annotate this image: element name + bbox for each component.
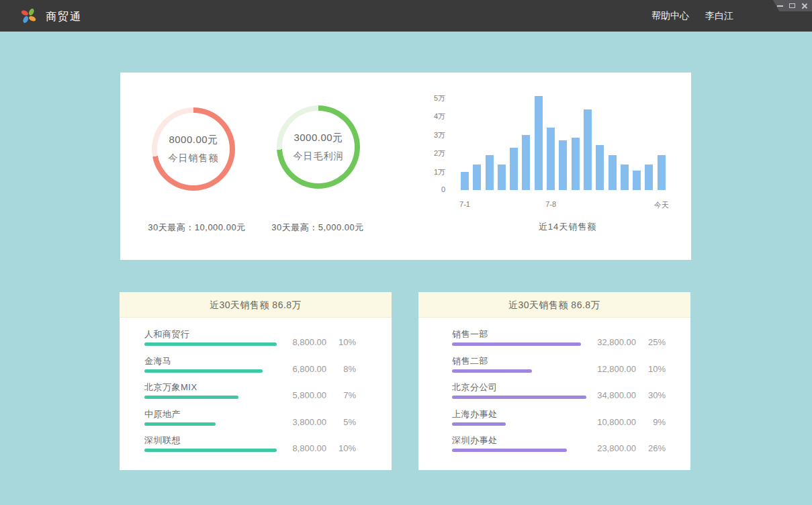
rank-numbers: 12,800.0010%: [597, 364, 666, 374]
rank-value: 23,800.00: [597, 443, 636, 453]
rank-card-title: 近30天销售额 86.8万: [418, 292, 690, 318]
chart-bar: [633, 171, 641, 190]
rank-value: 5,800.00: [292, 390, 326, 400]
today-sales-donut: 8000.00元 今日销售额: [152, 107, 235, 191]
chart-bar: [510, 148, 518, 190]
rank-percent: 8%: [326, 364, 356, 374]
chart-bar: [473, 165, 481, 191]
rank-progress-bar: [452, 369, 532, 373]
chart-bar: [522, 135, 530, 191]
rank-numbers: 34,800.0030%: [597, 390, 666, 400]
rank-name: 金海马: [144, 355, 172, 367]
rank-card-title: 近30天销售额 86.8万: [120, 292, 392, 318]
chart-bars: [461, 95, 670, 190]
rank-progress-bar: [452, 422, 506, 426]
help-center-link[interactable]: 帮助中心: [651, 10, 689, 22]
rank-numbers: 10,800.009%: [597, 417, 666, 427]
close-button[interactable]: [801, 3, 807, 9]
chart-bar: [547, 128, 555, 191]
y-tick-label: 1万: [414, 167, 445, 177]
rank-row: 销售二部12,800.0010%: [452, 353, 666, 380]
rank-numbers: 3,800.005%: [292, 417, 356, 427]
rank-name: 北京分公司: [452, 381, 498, 394]
chart-bar: [596, 145, 604, 190]
rank-value: 8,800.00: [292, 443, 326, 453]
user-menu[interactable]: 李白江: [705, 10, 733, 22]
rank-card-body: 人和商贸行8,800.0010%金海马6,800.008%北京万象MIX5,80…: [120, 318, 392, 459]
rank-percent: 30%: [636, 390, 666, 400]
rank-numbers: 23,800.0026%: [597, 443, 666, 453]
maximize-button[interactable]: [789, 3, 795, 8]
y-tick-label: 0: [414, 185, 445, 193]
rank-progress-bar: [144, 422, 216, 426]
rank-card-departments: 近30天销售额 86.8万 销售一部32,800.0025%销售二部12,800…: [418, 292, 690, 470]
rank-progress-bar: [144, 342, 277, 346]
rank-value: 32,800.00: [597, 337, 636, 347]
rank-percent: 25%: [636, 337, 666, 347]
chart-title: 近14天销售额: [496, 221, 639, 233]
rank-card-body: 销售一部32,800.0025%销售二部12,800.0010%北京分公司34,…: [418, 318, 690, 459]
today-sales-label: 今日销售额: [169, 152, 219, 165]
x-tick-label: 7-8: [545, 200, 556, 208]
chart-bar: [621, 165, 629, 191]
rank-row: 销售一部32,800.0025%: [452, 326, 666, 353]
rank-value: 6,800.00: [292, 364, 326, 374]
rank-row: 深圳办事处23,800.0026%: [452, 432, 666, 459]
x-tick-label: 今天: [654, 200, 669, 210]
rank-numbers: 6,800.008%: [292, 364, 356, 374]
profit-30day-max: 30天最高：5,000.00元: [240, 222, 395, 234]
y-tick-label: 5万: [414, 93, 445, 103]
rank-percent: 9%: [636, 417, 666, 427]
rank-name: 销售一部: [452, 328, 488, 340]
today-profit-value: 3000.00元: [294, 132, 343, 144]
rank-progress-bar: [452, 342, 581, 346]
x-tick-label: 7-1: [459, 200, 470, 208]
top-menu: 帮助中心 李白江: [651, 0, 733, 32]
desktop-app-window: { "titlebar": { "app_name": "商贸通", "help…: [0, 0, 812, 505]
rank-percent: 5%: [326, 417, 356, 427]
rank-value: 8,800.00: [292, 337, 326, 347]
rank-numbers: 8,800.0010%: [292, 443, 356, 453]
rank-row: 金海马6,800.008%: [144, 353, 356, 380]
rank-progress-bar: [144, 449, 277, 452]
rank-progress-bar: [452, 396, 586, 399]
y-tick-label: 3万: [414, 130, 445, 140]
chart-bar: [486, 155, 494, 190]
chart-bar: [608, 155, 617, 190]
rank-percent: 26%: [636, 443, 666, 453]
chart-bar: [645, 165, 653, 191]
rank-progress-bar: [144, 369, 263, 373]
rank-name: 人和商贸行: [144, 328, 190, 340]
chart-bar: [535, 96, 543, 190]
rank-percent: 10%: [326, 337, 356, 347]
rank-row: 北京万象MIX5,800.007%: [144, 379, 356, 406]
rank-percent: 10%: [326, 443, 356, 453]
rank-card-customers: 近30天销售额 86.8万 人和商贸行8,800.0010%金海马6,800.0…: [120, 292, 392, 470]
rank-row: 深圳联想8,800.0010%: [144, 432, 356, 459]
minimize-button[interactable]: [777, 5, 783, 7]
rank-numbers: 5,800.007%: [292, 390, 356, 400]
today-profit-donut: 3000.00元 今日毛利润: [277, 105, 360, 189]
rank-numbers: 8,800.0010%: [292, 337, 356, 347]
titlebar: 商贸通 帮助中心 李白江: [0, 0, 812, 32]
rank-name: 销售二部: [452, 355, 488, 367]
chart-bar: [572, 138, 580, 190]
app-logo-pinwheel-icon: [19, 7, 38, 25]
rank-row: 北京分公司34,800.0030%: [452, 379, 666, 406]
rank-percent: 7%: [326, 390, 356, 400]
rank-row: 上海办事处10,800.009%: [452, 406, 666, 433]
y-tick-label: 4万: [414, 111, 445, 122]
chart-x-axis: 7-17-8今天: [120, 200, 691, 210]
rank-name: 上海办事处: [452, 408, 498, 420]
chart-bar: [584, 109, 592, 190]
rank-name: 深圳联想: [144, 434, 181, 447]
chart-y-axis: 01万2万3万4万5万: [414, 73, 445, 207]
y-tick-label: 2万: [414, 148, 445, 158]
overview-card: 8000.00元 今日销售额 30天最高：10,000.00元 3000.00元…: [120, 73, 691, 260]
rank-value: 12,800.00: [597, 364, 636, 374]
rank-progress-bar: [452, 449, 567, 452]
today-sales-value: 8000.00元: [169, 134, 218, 146]
rank-percent: 10%: [636, 364, 666, 374]
chart-bar: [559, 140, 567, 190]
rank-value: 3,800.00: [292, 417, 326, 427]
